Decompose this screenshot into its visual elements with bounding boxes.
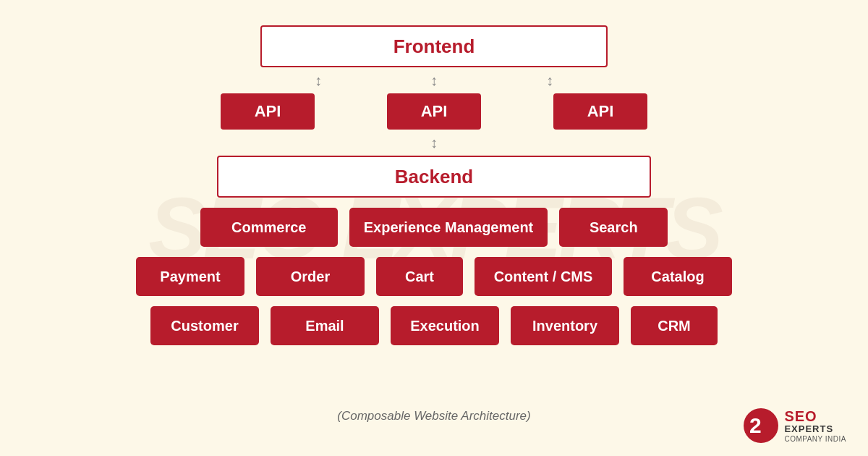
service-row-2: Payment Order Cart Content / CMS Catalog	[136, 257, 732, 296]
api-box-3: API	[553, 93, 647, 130]
center-arrow-row: ↕	[430, 130, 438, 156]
logo-icon: 2	[744, 408, 778, 443]
backend-label: Backend	[395, 166, 473, 188]
logo-text-block: SEO EXPERTS COMPANY INDIA	[784, 408, 846, 442]
service-cart: Cart	[376, 257, 463, 296]
frontend-arrows: ↕ ↕ ↕	[260, 67, 608, 93]
service-experience: Experience Management	[349, 208, 548, 247]
service-commerce: Commerce	[200, 208, 338, 247]
arrow-right: ↕	[546, 72, 553, 89]
service-order: Order	[256, 257, 365, 296]
service-search: Search	[559, 208, 668, 247]
service-catalog: Catalog	[624, 257, 732, 296]
frontend-box: Frontend	[260, 25, 608, 67]
api-row: API API API	[221, 93, 647, 130]
diagram-container: Frontend ↕ ↕ ↕ API API API ↕ Backend Com…	[0, 0, 868, 345]
logo-seo: SEO	[784, 408, 846, 424]
diagram-caption: (Composable Website Architecture)	[337, 409, 530, 423]
service-row-1: Commerce Experience Management Search	[200, 208, 668, 247]
arrow-left: ↕	[315, 72, 322, 89]
company-logo: 2 SEO EXPERTS COMPANY INDIA	[744, 408, 846, 443]
logo-experts: EXPERTS	[784, 424, 846, 434]
service-inventory: Inventory	[511, 306, 619, 345]
service-customer: Customer	[150, 306, 259, 345]
backend-box: Backend	[217, 156, 651, 198]
svg-text:2: 2	[749, 413, 762, 437]
service-email: Email	[271, 306, 379, 345]
service-crm: CRM	[631, 306, 718, 345]
service-execution: Execution	[391, 306, 499, 345]
logo-company: COMPANY INDIA	[784, 435, 846, 443]
center-down-arrow: ↕	[430, 135, 438, 151]
api-box-1: API	[221, 93, 315, 130]
arrow-center: ↕	[430, 72, 438, 89]
service-payment: Payment	[136, 257, 244, 296]
frontend-label: Frontend	[393, 35, 475, 58]
api-box-2: API	[387, 93, 481, 130]
service-cms: Content / CMS	[475, 257, 612, 296]
service-row-3: Customer Email Execution Inventory CRM	[150, 306, 718, 345]
